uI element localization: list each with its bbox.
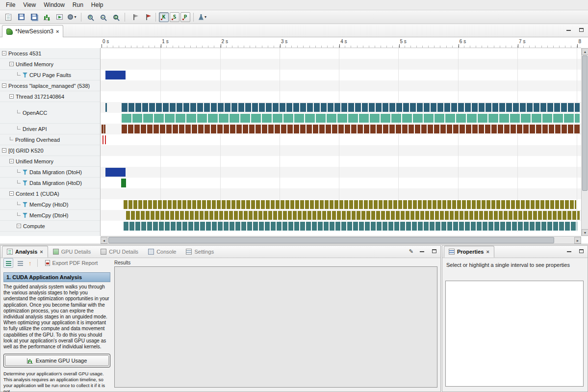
- collapse-toggle-icon[interactable]: −: [9, 62, 14, 66]
- analysis-maximize-icon[interactable]: [430, 248, 438, 255]
- tree-row[interactable]: −Compute: [0, 221, 100, 232]
- prev-marker-icon[interactable]: [128, 11, 140, 23]
- tab-cpu-details[interactable]: CPU Details: [96, 246, 143, 258]
- tab-settings[interactable]: Settings: [181, 246, 219, 258]
- tree-row[interactable]: MemCpy (DtoH): [0, 210, 100, 221]
- properties-minimize-icon[interactable]: [565, 248, 573, 255]
- tree-row[interactable]: −Unified Memory: [0, 156, 100, 167]
- timeline-track[interactable]: [101, 199, 581, 210]
- timeline-track[interactable]: [101, 145, 581, 156]
- menu-run[interactable]: Run: [69, 0, 87, 9]
- collapse-toggle-icon[interactable]: −: [9, 159, 14, 163]
- filter-icon[interactable]: [23, 73, 27, 78]
- kernel-toggle-button[interactable]: K: [159, 12, 169, 22]
- save-all-icon[interactable]: [28, 11, 40, 23]
- hscroll-thumb[interactable]: [108, 237, 554, 243]
- next-marker-icon[interactable]: [141, 11, 153, 23]
- timeline-hscrollbar[interactable]: ◄ ►: [101, 236, 581, 244]
- timeline-track[interactable]: [101, 70, 581, 80]
- scroll-right-icon[interactable]: ►: [574, 237, 581, 244]
- tree-row[interactable]: Driver API: [0, 124, 100, 134]
- process-toggle-button[interactable]: P: [180, 12, 190, 22]
- view-menu-icon[interactable]: ✎: [409, 248, 413, 255]
- tree-row[interactable]: Data Migration (DtoH): [0, 167, 100, 178]
- timeline-interval[interactable]: [126, 211, 580, 220]
- scroll-up-icon[interactable]: ▲: [582, 48, 588, 55]
- tree-row[interactable]: −Process 4531: [0, 48, 100, 59]
- tree-row[interactable]: −Process "laplace_managed" (538): [0, 80, 100, 91]
- timeline-track[interactable]: [101, 91, 581, 102]
- tree-row[interactable]: Profiling Overhead: [0, 134, 100, 145]
- timeline-track[interactable]: [101, 48, 581, 59]
- timeline-interval[interactable]: [105, 71, 125, 79]
- timeline-interval[interactable]: [102, 125, 103, 133]
- timeline-vscrollbar[interactable]: ▲ ▼: [581, 48, 588, 236]
- stream-toggle-button[interactable]: S: [170, 12, 179, 22]
- unguided-analysis-icon[interactable]: [15, 258, 25, 268]
- tree-row[interactable]: MemCpy (HtoD): [0, 199, 100, 210]
- session-tab[interactable]: *NewSession3 ×: [2, 25, 63, 37]
- timeline-interval[interactable]: [122, 125, 580, 133]
- timeline-track[interactable]: [101, 156, 581, 167]
- timeline-track[interactable]: [101, 80, 581, 91]
- collapse-toggle-icon[interactable]: −: [2, 51, 6, 55]
- tree-row[interactable]: −Unified Memory: [0, 59, 100, 70]
- scroll-down-icon[interactable]: ▼: [582, 229, 588, 236]
- filter-icon[interactable]: [23, 181, 27, 185]
- timeline-interval[interactable]: [124, 222, 578, 231]
- timeline-interval[interactable]: [105, 103, 107, 112]
- zoom-out-icon[interactable]: −: [97, 11, 109, 23]
- vscroll-thumb[interactable]: [582, 55, 588, 191]
- menu-help[interactable]: Help: [87, 0, 107, 9]
- session-tab-close-icon[interactable]: ×: [56, 28, 59, 34]
- filter-icon[interactable]: [23, 213, 27, 218]
- collapse-toggle-icon[interactable]: −: [17, 224, 21, 228]
- import-icon[interactable]: [53, 11, 65, 23]
- collapse-toggle-icon[interactable]: −: [2, 148, 6, 153]
- timeline-interval[interactable]: [104, 125, 106, 133]
- timeline-interval[interactable]: [102, 135, 103, 144]
- timeline-interval[interactable]: [124, 200, 576, 209]
- timeline-interval[interactable]: [105, 168, 125, 177]
- tab-console[interactable]: Console: [143, 246, 181, 258]
- timeline-track[interactable]: [101, 102, 581, 113]
- timeline-track[interactable]: [101, 113, 581, 124]
- timeline-interval[interactable]: [122, 103, 580, 112]
- timeline-track[interactable]: [101, 134, 581, 145]
- timeline-track[interactable]: [101, 178, 581, 188]
- tree-row[interactable]: −Thread 3172140864: [0, 91, 100, 102]
- tree-row[interactable]: Data Migration (HtoD): [0, 178, 100, 188]
- timeline-interval[interactable]: [122, 114, 580, 123]
- tab-properties[interactable]: Properties ×: [444, 246, 494, 258]
- tab-gpu-details[interactable]: GPU Details: [48, 246, 96, 258]
- tab-properties-close-icon[interactable]: ×: [486, 249, 489, 255]
- run-analysis-icon[interactable]: ▾: [197, 11, 208, 23]
- menu-file[interactable]: File: [2, 0, 19, 9]
- collapse-toggle-icon[interactable]: −: [9, 94, 14, 99]
- maximize-icon[interactable]: [577, 26, 585, 33]
- tree-row[interactable]: −[0] GRID K520: [0, 145, 100, 156]
- tree-row[interactable]: −Context 1 (CUDA): [0, 188, 100, 199]
- profile-application-icon[interactable]: [41, 11, 52, 23]
- timeline-track[interactable]: [101, 167, 581, 178]
- filter-icon[interactable]: [23, 202, 27, 207]
- timeline-track[interactable]: [101, 221, 581, 232]
- save-icon[interactable]: [15, 11, 27, 23]
- timeline-track[interactable]: [101, 210, 581, 221]
- collapse-toggle-icon[interactable]: −: [9, 191, 14, 196]
- menu-view[interactable]: View: [19, 0, 40, 9]
- tab-analysis-close-icon[interactable]: ×: [40, 249, 43, 255]
- export-pdf-button[interactable]: Export PDF Report: [42, 259, 102, 267]
- tab-analysis[interactable]: Analysis ×: [2, 246, 48, 258]
- collapse-toggle-icon[interactable]: −: [2, 83, 6, 88]
- timeline-interval[interactable]: [105, 135, 106, 144]
- scroll-left-icon[interactable]: ◄: [101, 237, 107, 244]
- examine-gpu-usage-button[interactable]: Examine GPU Usage: [5, 355, 109, 366]
- minimize-icon[interactable]: [564, 26, 572, 33]
- analysis-minimize-icon[interactable]: [418, 248, 426, 255]
- settings-dropdown-icon[interactable]: ▾: [66, 11, 78, 23]
- guided-analysis-icon[interactable]: [3, 258, 13, 268]
- timeline-interval[interactable]: [121, 179, 126, 187]
- properties-maximize-icon[interactable]: [577, 248, 585, 255]
- zoom-in-icon[interactable]: +: [84, 11, 96, 23]
